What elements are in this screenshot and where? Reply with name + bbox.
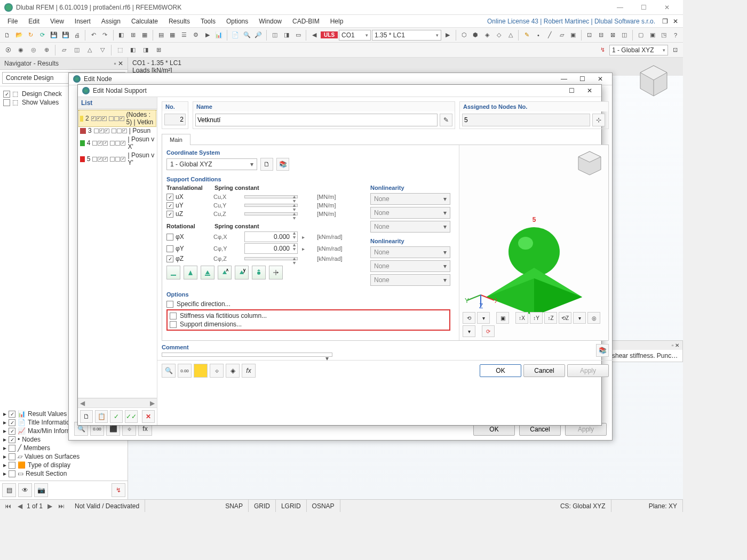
status-grid[interactable]: GRID xyxy=(249,500,276,512)
list-delete-button[interactable]: ✕ xyxy=(142,410,155,423)
surf-icon[interactable]: ▱ xyxy=(557,29,567,41)
status-snap[interactable]: SNAP xyxy=(220,500,249,512)
menu-help[interactable]: Help xyxy=(325,15,349,28)
calc-icon[interactable]: ⚙ xyxy=(190,29,201,41)
zoom-icon[interactable]: 🔍 xyxy=(242,29,252,41)
menu-insert[interactable]: Insert xyxy=(69,15,96,28)
list-copy-button[interactable]: 📋 xyxy=(95,410,108,423)
list-item-5[interactable]: 5 ✓✓ ✓ | Posun v Y' xyxy=(79,151,156,167)
print-icon[interactable]: 🖨 xyxy=(72,29,83,41)
t2-9-icon[interactable]: ⬚ xyxy=(114,44,126,56)
assign-field[interactable] xyxy=(462,114,590,126)
factor-combo[interactable]: 1.35 * LC1 xyxy=(372,30,441,41)
assign-pick-button[interactable]: ⊹ xyxy=(592,114,605,126)
view1-icon[interactable]: ◫ xyxy=(269,29,280,41)
menu-tools[interactable]: Tools xyxy=(195,15,221,28)
ok-button[interactable]: OK xyxy=(480,364,521,377)
tab-main[interactable]: Main xyxy=(162,134,190,145)
maximize-button[interactable]: ☐ xyxy=(632,0,655,15)
uz-spring[interactable] xyxy=(244,212,298,215)
list-new-button[interactable]: 🗋 xyxy=(80,410,93,423)
t2-6-icon[interactable]: ◫ xyxy=(71,44,83,56)
pv-btn-3[interactable]: ▣ xyxy=(496,312,509,324)
list-item-2[interactable]: 2 ✓✓✓ ✓ (Nodes : 5) | Vetkn xyxy=(79,110,156,126)
t2-1-icon[interactable]: ⦿ xyxy=(2,44,14,56)
t2-end-icon[interactable]: ⊡ xyxy=(669,44,681,56)
cs-combo[interactable]: 1 - Global XYZ xyxy=(609,45,668,55)
menu-window[interactable]: Window xyxy=(253,15,287,28)
nl-ux[interactable]: None xyxy=(370,193,450,205)
nl-uy[interactable]: None xyxy=(370,207,450,219)
nl-phiz[interactable]: None xyxy=(370,274,450,286)
t2-10-icon[interactable]: ◧ xyxy=(127,44,139,56)
open-icon[interactable]: 📂 xyxy=(14,29,25,41)
tree-values-surf[interactable]: ▸▱Values on Surfaces xyxy=(2,452,125,461)
parent-min-button[interactable]: — xyxy=(557,75,571,83)
list-item-3[interactable]: 3 ✓✓ ✓ | Posun xyxy=(79,126,156,135)
mdi-restore-icon[interactable]: ❐ xyxy=(659,18,670,25)
phix-check[interactable] xyxy=(166,234,173,241)
t2-11-icon[interactable]: ◨ xyxy=(140,44,152,56)
phix-spring[interactable]: 0.000 xyxy=(244,231,298,242)
r2-icon[interactable]: ⬢ xyxy=(470,29,481,41)
pv-btn-4[interactable]: ↕X xyxy=(515,312,528,324)
tree-type-display[interactable]: ▸🟧Type of display xyxy=(2,461,125,469)
t2-3-icon[interactable]: ◎ xyxy=(28,44,39,56)
preset-sliding-y-button[interactable]: y xyxy=(235,266,249,279)
nav-first-icon[interactable]: ⏮ xyxy=(3,502,13,510)
bt-search[interactable]: 🔍 xyxy=(162,364,176,378)
box3-icon[interactable]: ◳ xyxy=(658,29,669,41)
g3-icon[interactable]: ⊠ xyxy=(608,29,618,41)
table-icon[interactable]: ▤ xyxy=(156,29,166,41)
box2-icon[interactable]: ▣ xyxy=(647,29,658,41)
menu-cadbim[interactable]: CAD-BIM xyxy=(287,15,325,28)
name-edit-button[interactable]: ✎ xyxy=(440,114,452,126)
pv-btn-6[interactable]: ↕Z xyxy=(544,312,557,324)
nav-btn1[interactable]: ▤ xyxy=(2,483,16,497)
t2-7-icon[interactable]: △ xyxy=(84,44,96,56)
zoom2-icon[interactable]: 🔎 xyxy=(253,29,264,41)
coord-new-button[interactable]: 🗋 xyxy=(260,158,273,171)
preset-hinged-button[interactable] xyxy=(184,266,197,279)
pv-btn-7[interactable]: ⟲Z xyxy=(559,312,571,324)
no-field[interactable] xyxy=(164,114,186,125)
preview-cube-icon[interactable] xyxy=(575,149,604,178)
report-icon[interactable]: 📄 xyxy=(230,29,241,41)
r4-icon[interactable]: ◇ xyxy=(494,29,504,41)
bt-units[interactable]: 0.00 xyxy=(178,364,192,378)
g4-icon[interactable]: ◫ xyxy=(619,29,630,41)
phiz-check[interactable]: ✓ xyxy=(166,255,173,262)
phiz-spring[interactable] xyxy=(244,257,298,260)
parent-max-button[interactable]: ☐ xyxy=(575,75,590,83)
g2-icon[interactable]: ⊟ xyxy=(596,29,607,41)
nl-uz[interactable]: None xyxy=(370,221,450,233)
box1-icon[interactable]: ▢ xyxy=(635,29,646,41)
apply-button[interactable]: Apply xyxy=(567,364,609,377)
name-field[interactable] xyxy=(195,114,438,126)
list-item-4[interactable]: 4 ✓✓ ✓ | Posun v X' xyxy=(79,135,156,151)
g1-icon[interactable]: ⊡ xyxy=(584,29,595,41)
phiy-spring[interactable]: 0.000 xyxy=(244,243,298,254)
uy-check[interactable]: ✓ xyxy=(166,202,173,209)
preset-none-button[interactable] xyxy=(166,266,180,279)
loadcase-combo[interactable]: CO1 xyxy=(339,30,371,41)
menu-calculate[interactable]: Calculate xyxy=(126,15,163,28)
list-check1-button[interactable]: ✓ xyxy=(110,410,123,423)
new-icon[interactable]: 🗋 xyxy=(2,29,13,41)
pv-btn-reset[interactable]: ⟳ xyxy=(482,325,495,337)
menu-edit[interactable]: Edit xyxy=(23,15,45,28)
preset-free-button[interactable] xyxy=(269,266,283,279)
phiy-check[interactable] xyxy=(166,245,173,252)
save-icon[interactable]: 💾 xyxy=(49,29,59,41)
cancel-button[interactable]: Cancel xyxy=(523,364,565,377)
help-icon[interactable]: ? xyxy=(670,29,681,41)
nav-btn2[interactable]: 👁 xyxy=(18,483,32,497)
t2-4-icon[interactable]: ⊕ xyxy=(41,44,52,56)
coord-lib-button[interactable]: 📚 xyxy=(276,158,289,171)
nl-phiy[interactable]: None xyxy=(370,260,450,272)
view2-icon[interactable]: ◨ xyxy=(281,29,292,41)
lc-next-icon[interactable]: ▶ xyxy=(442,29,453,41)
nav-btn4[interactable]: ↯ xyxy=(112,483,125,497)
r1-icon[interactable]: ⬡ xyxy=(459,29,470,41)
opt-specific-direction[interactable]: Specific direction... xyxy=(166,300,450,308)
